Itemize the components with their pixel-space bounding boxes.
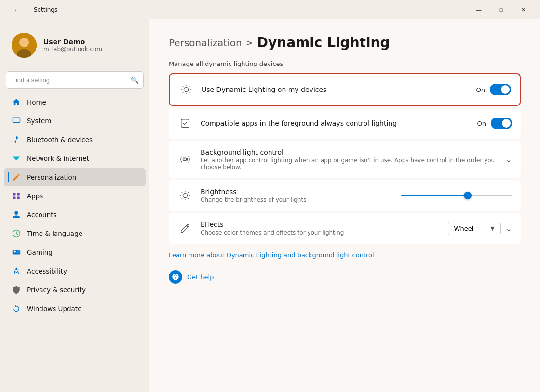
setting-brightness: Brightness Change the brightness of your… xyxy=(169,180,521,211)
svg-point-9 xyxy=(16,268,17,269)
app-title: Settings xyxy=(34,6,57,13)
brightness-slider[interactable] xyxy=(401,195,512,196)
sidebar-item-accessibility[interactable]: Accessibility xyxy=(4,262,146,280)
sidebar: User Demo m_lab@outlook.com 🔍 Home Syste… xyxy=(0,19,149,392)
svg-rect-19 xyxy=(181,119,189,128)
maximize-button[interactable]: □ xyxy=(490,2,512,17)
svg-line-24 xyxy=(182,192,182,193)
sidebar-item-system[interactable]: System xyxy=(4,112,146,130)
setting-background-light-title: Background light control xyxy=(201,148,498,156)
svg-point-20 xyxy=(184,158,187,161)
svg-rect-3 xyxy=(13,118,20,123)
sidebar-nav: Home System Bluetooth & devices Network … xyxy=(0,92,149,318)
setting-use-dynamic-lighting-text: Use Dynamic Lighting on my devices xyxy=(202,86,469,93)
sidebar-label-privacy: Privacy & security xyxy=(27,286,86,294)
setting-compatible-apps-card: Compatible apps in the foreground always… xyxy=(169,108,521,139)
sidebar-item-time[interactable]: Time & language xyxy=(4,224,146,243)
sidebar-label-personalization: Personalization xyxy=(27,173,76,181)
app-body: User Demo m_lab@outlook.com 🔍 Home Syste… xyxy=(0,19,540,392)
accessibility-icon xyxy=(12,266,21,276)
window-controls: — □ ✕ xyxy=(468,2,534,17)
setting-effects-card: Effects Choose color themes and effects … xyxy=(169,213,521,244)
sidebar-label-update: Windows Update xyxy=(27,305,81,313)
sidebar-item-personalization[interactable]: Personalization xyxy=(4,168,146,186)
sidebar-label-home: Home xyxy=(27,98,46,106)
network-icon xyxy=(12,154,21,163)
svg-line-14 xyxy=(189,92,189,93)
setting-background-light-text: Background light control Let another app… xyxy=(201,148,498,170)
main-content: Personalization > Dynamic Lighting Manag… xyxy=(149,19,540,392)
svg-line-29 xyxy=(188,192,189,193)
effects-dropdown-select[interactable]: Wheel ▼ xyxy=(448,222,501,235)
time-icon xyxy=(12,229,21,238)
get-help-text: Get help xyxy=(187,274,214,281)
svg-line-28 xyxy=(182,198,182,199)
breadcrumb: Personalization > Dynamic Lighting xyxy=(169,35,521,51)
personalization-icon xyxy=(12,172,21,182)
effects-dropdown: Wheel ▼ xyxy=(448,222,501,235)
setting-brightness-title: Brightness xyxy=(201,188,393,196)
svg-rect-4 xyxy=(13,193,15,195)
back-button[interactable]: ← xyxy=(6,2,28,17)
gaming-icon xyxy=(12,248,21,257)
svg-point-21 xyxy=(183,193,187,197)
search-input[interactable] xyxy=(6,71,144,89)
get-help[interactable]: Get help xyxy=(169,270,521,284)
minimize-button[interactable]: — xyxy=(468,2,490,17)
sidebar-label-apps: Apps xyxy=(27,192,43,200)
effects-expand-icon[interactable]: ⌄ xyxy=(506,224,512,233)
setting-compatible-apps-control: On xyxy=(477,118,512,129)
user-info: User Demo m_lab@outlook.com xyxy=(43,38,102,52)
sidebar-label-accessibility: Accessibility xyxy=(27,267,67,275)
user-profile[interactable]: User Demo m_lab@outlook.com xyxy=(4,23,146,67)
sidebar-item-gaming[interactable]: Gaming xyxy=(4,243,146,261)
title-bar-left: ← Settings xyxy=(6,2,57,17)
compatible-apps-toggle[interactable] xyxy=(491,118,512,129)
title-bar: ← Settings — □ ✕ xyxy=(0,0,540,19)
brightness-icon xyxy=(177,188,193,203)
background-light-expand-icon[interactable]: ⌄ xyxy=(506,155,512,164)
sidebar-item-apps[interactable]: Apps xyxy=(4,187,146,205)
sidebar-label-accounts: Accounts xyxy=(27,211,57,219)
user-name: User Demo xyxy=(43,38,102,46)
setting-background-light-card: Background light control Let another app… xyxy=(169,141,521,178)
breadcrumb-separator: > xyxy=(246,38,253,48)
svg-line-17 xyxy=(183,92,183,93)
sidebar-item-network[interactable]: Network & internet xyxy=(4,149,146,168)
setting-use-dynamic-lighting: Use Dynamic Lighting on my devices On xyxy=(170,74,520,105)
sidebar-item-update[interactable]: Windows Update xyxy=(4,300,146,318)
setting-effects-desc: Choose color themes and effects for your… xyxy=(201,229,440,236)
toggle-on-label-2: On xyxy=(477,120,486,127)
avatar-image xyxy=(12,33,37,58)
dynamic-lighting-toggle[interactable] xyxy=(490,84,511,95)
setting-effects-control: Wheel ▼ ⌄ xyxy=(448,222,512,235)
setting-compatible-apps-text: Compatible apps in the foreground always… xyxy=(201,119,470,127)
learn-more-link[interactable]: Learn more about Dynamic Lighting and ba… xyxy=(169,251,521,259)
breadcrumb-parent[interactable]: Personalization xyxy=(169,37,242,49)
accounts-icon xyxy=(12,210,21,220)
toggle-on-label-1: On xyxy=(476,86,485,93)
svg-line-18 xyxy=(189,86,189,87)
slider-thumb[interactable] xyxy=(464,192,472,199)
sidebar-item-home[interactable]: Home xyxy=(4,93,146,111)
search-box: 🔍 xyxy=(6,71,144,89)
setting-background-light: Background light control Let another app… xyxy=(169,141,521,178)
svg-line-25 xyxy=(188,198,189,199)
sidebar-label-bluetooth: Bluetooth & devices xyxy=(27,136,93,144)
update-icon xyxy=(12,304,21,314)
compatible-apps-icon xyxy=(177,116,193,131)
setting-use-dynamic-lighting-title: Use Dynamic Lighting on my devices xyxy=(202,86,469,93)
home-icon xyxy=(12,97,21,107)
bluetooth-icon xyxy=(12,135,21,144)
setting-background-light-control: ⌄ xyxy=(506,155,512,164)
sidebar-item-privacy[interactable]: Privacy & security xyxy=(4,281,146,299)
setting-effects: Effects Choose color themes and effects … xyxy=(169,213,521,244)
setting-brightness-desc: Change the brightness of your lights xyxy=(201,196,393,203)
apps-icon xyxy=(12,191,21,201)
close-button[interactable]: ✕ xyxy=(512,2,534,17)
system-icon xyxy=(12,116,21,126)
sidebar-item-bluetooth[interactable]: Bluetooth & devices xyxy=(4,131,146,149)
section-title: Manage all dynamic lighting devices xyxy=(169,60,521,67)
sidebar-label-time: Time & language xyxy=(27,230,82,237)
sidebar-item-accounts[interactable]: Accounts xyxy=(4,206,146,224)
